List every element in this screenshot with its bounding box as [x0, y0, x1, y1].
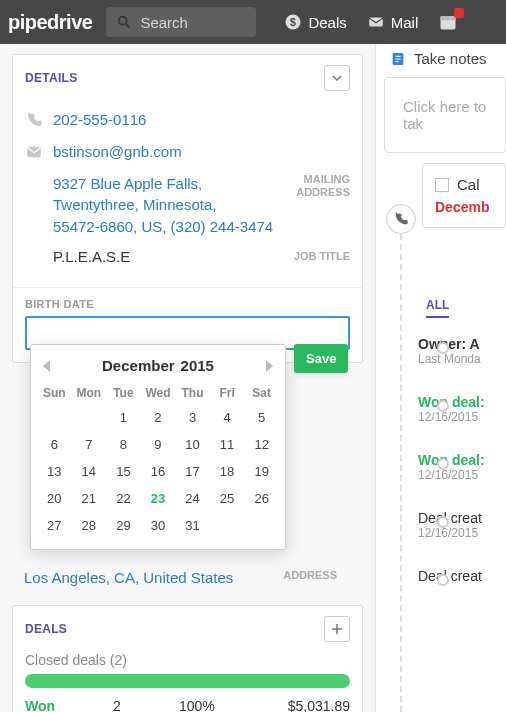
calendar-day[interactable]: 29: [106, 512, 141, 539]
calendar-dow: Mon: [72, 382, 107, 404]
email-value[interactable]: bstinson@gnb.com: [53, 141, 182, 163]
calendar-day[interactable]: 30: [141, 512, 176, 539]
calendar-day[interactable]: 17: [175, 458, 210, 485]
phone-icon: [393, 211, 409, 227]
calendar-day[interactable]: 4: [210, 404, 245, 431]
calendar-dow: Sun: [37, 382, 72, 404]
timeline-line: [400, 204, 402, 712]
timeline-entry-created[interactable]: Deal creat 12/16/2015: [418, 504, 506, 544]
calendar-day[interactable]: 8: [106, 431, 141, 458]
calendar-day[interactable]: 26: [244, 485, 279, 512]
calendar-day[interactable]: 14: [72, 458, 107, 485]
plus-icon: [332, 624, 342, 634]
calendar-day[interactable]: 7: [72, 431, 107, 458]
calendar-day[interactable]: 31: [175, 512, 210, 539]
calendar-day[interactable]: 2: [141, 404, 176, 431]
calendar-day[interactable]: 16: [141, 458, 176, 485]
calendar-day[interactable]: 6: [37, 431, 72, 458]
phone-icon: [25, 111, 43, 129]
calendar-day[interactable]: 22: [106, 485, 141, 512]
address-label: ADDRESS: [283, 569, 337, 581]
calendar-dow: Tue: [106, 382, 141, 404]
note-input-area[interactable]: Click here to tak: [384, 77, 506, 153]
take-notes-tab[interactable]: Take notes: [376, 50, 506, 77]
nav-calendar[interactable]: [438, 12, 458, 32]
activity-due: Decemb: [435, 199, 493, 215]
search-placeholder: Search: [140, 14, 188, 31]
mailing-address[interactable]: 9327 Blue Apple Falls, Twentythree, Minn…: [53, 173, 273, 238]
timeline-tabs: ALL: [426, 298, 506, 318]
calendar-dow: Wed: [141, 382, 176, 404]
calendar-day: .: [37, 404, 72, 431]
calendar-badge: [454, 8, 464, 18]
datepicker-popup: December2015 SunMonTueWedThuFriSat ..123…: [30, 344, 348, 550]
calendar-day[interactable]: 9: [141, 431, 176, 458]
calendar-day[interactable]: 19: [244, 458, 279, 485]
calendar-day[interactable]: 11: [210, 431, 245, 458]
svg-rect-4: [369, 18, 383, 27]
deal-stats: Won 2 100% $5,031.89: [13, 698, 362, 713]
mail-icon: [367, 13, 385, 31]
job-title-value: P.L.E.A.S.E: [53, 248, 130, 265]
calendar-day[interactable]: 23: [141, 485, 176, 512]
calendar-day[interactable]: 25: [210, 485, 245, 512]
timeline-entry-won[interactable]: Won deal: 12/16/2015: [418, 388, 506, 428]
add-deal-button[interactable]: [324, 616, 350, 642]
calendar-day[interactable]: 1: [106, 404, 141, 431]
calendar-day[interactable]: 21: [72, 485, 107, 512]
deals-title: DEALS: [25, 622, 67, 636]
calendar-title[interactable]: December2015: [102, 357, 214, 374]
calendar-day: .: [72, 404, 107, 431]
calendar-day[interactable]: 20: [37, 485, 72, 512]
topbar: pipedrive Search $ Deals Mail: [0, 0, 506, 44]
calendar-day[interactable]: 10: [175, 431, 210, 458]
activity-checkbox[interactable]: [435, 178, 449, 192]
calendar-day[interactable]: 15: [106, 458, 141, 485]
mailing-address-label: MAILINGADDRESS: [296, 173, 350, 199]
won-amount: $5,031.89: [288, 698, 350, 713]
calendar-day[interactable]: 28: [72, 512, 107, 539]
logo: pipedrive: [8, 11, 96, 34]
svg-line-1: [126, 24, 129, 27]
phone-value[interactable]: 202-555-0116: [53, 109, 146, 131]
calendar-day[interactable]: 24: [175, 485, 210, 512]
calendar-dow: Fri: [210, 382, 245, 404]
left-column: DETAILS 202-555-0116 bstinson@gnb.com: [0, 44, 375, 712]
won-pct: 100%: [179, 698, 215, 713]
svg-point-0: [119, 17, 127, 25]
timeline-entry-created-2[interactable]: Deal creat: [418, 562, 506, 588]
deals-panel: DEALS Closed deals (2) Won 2 100% $5,031…: [12, 605, 363, 713]
search-box[interactable]: Search: [106, 7, 256, 37]
calendar-day[interactable]: 5: [244, 404, 279, 431]
calendar-prev-button[interactable]: [43, 360, 50, 372]
nav-mail[interactable]: Mail: [367, 13, 419, 31]
calendar-day[interactable]: 3: [175, 404, 210, 431]
nav-deals[interactable]: $ Deals: [284, 13, 346, 31]
top-nav: $ Deals Mail: [284, 12, 458, 32]
deals-progress: [25, 674, 350, 688]
details-collapse-button[interactable]: [324, 65, 350, 91]
won-count: 2: [113, 698, 121, 713]
activity-title: Cal: [457, 176, 480, 193]
save-button[interactable]: Save: [294, 344, 348, 373]
job-title-label: JOB TITLE: [294, 250, 350, 263]
tab-all[interactable]: ALL: [426, 298, 449, 318]
chevron-down-icon: [332, 75, 342, 81]
calendar-day[interactable]: 18: [210, 458, 245, 485]
dollar-icon: $: [284, 13, 302, 31]
search-icon: [116, 14, 132, 30]
calendar-day[interactable]: 12: [244, 431, 279, 458]
birth-date-label: BIRTH DATE: [13, 287, 362, 316]
details-panel: DETAILS 202-555-0116 bstinson@gnb.com: [12, 54, 363, 363]
closed-deals-label: Closed deals (2): [13, 652, 362, 674]
calendar-day: .: [244, 512, 279, 539]
calendar-day[interactable]: 27: [37, 512, 72, 539]
calendar-next-button[interactable]: [266, 360, 273, 372]
activity-card[interactable]: Cal Decemb: [422, 163, 506, 228]
svg-rect-7: [27, 147, 41, 158]
timeline-entry-owner[interactable]: Owner: A Last Monda: [418, 330, 506, 370]
activity-call-icon-circle: [386, 204, 416, 234]
calendar: December2015 SunMonTueWedThuFriSat ..123…: [30, 344, 286, 550]
timeline-entry-won-2[interactable]: Won deal: 12/16/2015: [418, 446, 506, 486]
calendar-day[interactable]: 13: [37, 458, 72, 485]
